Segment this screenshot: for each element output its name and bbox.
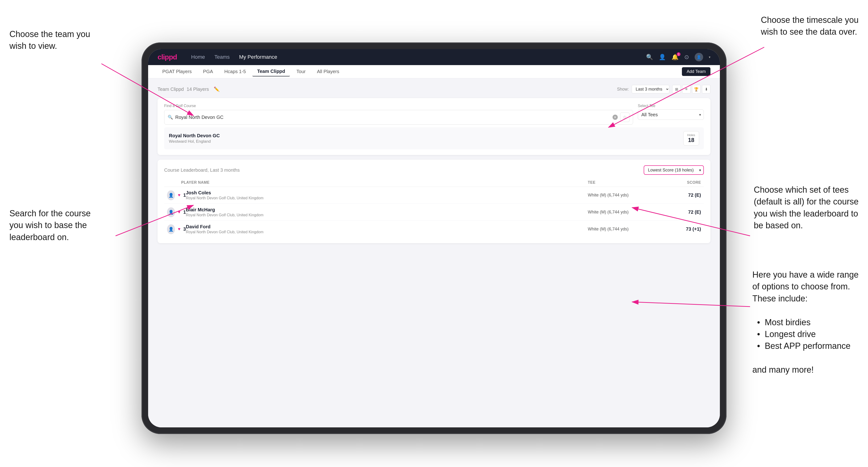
- player-info-2: Blair McHarg Royal North Devon Golf Club…: [186, 207, 588, 217]
- search-star-button[interactable]: ☆: [620, 113, 629, 122]
- app-logo: clippd: [158, 53, 177, 61]
- rank-3: 3: [183, 226, 186, 232]
- show-controls: Show: Last 3 months ⊞ ≡ 🏆 ⬇: [617, 85, 710, 93]
- settings-icon[interactable]: ⊙: [684, 54, 689, 60]
- tablet-screen: clippd Home Teams My Performance 🔍 👤 🔔 1…: [148, 49, 720, 427]
- leaderboard-table: PLAYER NAME TEE SCORE 👤 ♥ 1 Josh Coles: [164, 179, 704, 238]
- list-view-button[interactable]: ≡: [682, 85, 691, 93]
- trophy-view-button[interactable]: 🏆: [692, 85, 701, 93]
- col-header-score: SCORE: [658, 181, 701, 185]
- table-header-row: PLAYER NAME TEE SCORE: [164, 179, 704, 187]
- annotation-bottom-left: Search for the courseyou wish to base th…: [9, 208, 91, 243]
- avatar-chevron-icon[interactable]: ▾: [709, 55, 710, 59]
- nav-link-home[interactable]: Home: [191, 54, 205, 60]
- table-row: 👤 ♥ 1 Blair McHarg Royal North Devon Gol…: [164, 204, 704, 221]
- player-tee-1: White (M) (6,744 yds): [588, 193, 658, 198]
- player-name-2: Blair McHarg: [186, 207, 588, 213]
- player-club-3: Royal North Devon Golf Club, United King…: [186, 230, 588, 234]
- nav-bar: clippd Home Teams My Performance 🔍 👤 🔔 1…: [148, 49, 720, 65]
- score-type-select[interactable]: Lowest Score (18 holes): [644, 165, 704, 175]
- player-score-1: 72 (E): [658, 192, 701, 198]
- people-icon[interactable]: 👤: [659, 54, 666, 60]
- favorite-icon-2[interactable]: ♥: [178, 210, 181, 215]
- show-label: Show:: [617, 87, 629, 92]
- view-icons: ⊞ ≡ 🏆 ⬇: [672, 85, 710, 93]
- bell-icon[interactable]: 🔔 1: [672, 54, 679, 60]
- favorite-icon-1[interactable]: ♥: [178, 193, 181, 198]
- player-score-3: 73 (+1): [658, 226, 701, 232]
- show-select[interactable]: Last 3 months: [632, 85, 670, 93]
- player-name-3: David Ford: [186, 224, 588, 229]
- annotation-tees: Choose which set of tees(default is all)…: [754, 184, 859, 231]
- sub-nav-pga[interactable]: PGA: [198, 67, 218, 76]
- favorite-icon-3[interactable]: ♥: [178, 227, 181, 231]
- holes-value: 18: [688, 137, 694, 143]
- leaderboard-header: Course Leaderboard, Last 3 months Lowest…: [164, 165, 704, 175]
- table-row: 👤 ♥ 1 Josh Coles Royal North Devon Golf …: [164, 187, 704, 204]
- tee-select-label: Select Tee: [638, 104, 704, 108]
- tee-select-wrapper: Select Tee All Tees ▾: [638, 104, 704, 120]
- nav-icons: 🔍 👤 🔔 1 ⊙ 👤 ▾: [646, 53, 710, 61]
- download-button[interactable]: ⬇: [702, 85, 710, 93]
- col-header-tee: TEE: [588, 181, 658, 185]
- annotation-options: Here you have a wide rangeof options to …: [752, 269, 859, 376]
- nav-link-my-performance[interactable]: My Performance: [239, 54, 277, 60]
- main-content: Team Clippd 14 Players ✏️ Show: Last 3 m…: [148, 78, 720, 427]
- player-score-2: 72 (E): [658, 210, 701, 215]
- rank-cell-3: 👤 ♥ 3: [167, 224, 186, 234]
- user-avatar[interactable]: 👤: [695, 53, 703, 61]
- tee-select[interactable]: All Tees: [638, 110, 704, 120]
- player-club-1: Royal North Devon Golf Club, United King…: [186, 196, 588, 200]
- annotation-top-left: Choose the team youwish to view.: [9, 28, 90, 52]
- table-row: 👤 ♥ 3 David Ford Royal North Devon Golf …: [164, 221, 704, 238]
- sub-nav: PGAT Players PGA Hcaps 1-5 Team Clippd T…: [148, 65, 720, 78]
- player-info-3: David Ford Royal North Devon Golf Club, …: [186, 224, 588, 234]
- find-course-label: Find a Golf Course: [164, 104, 633, 108]
- sub-nav-tour[interactable]: Tour: [292, 67, 310, 76]
- player-tee-3: White (M) (6,744 yds): [588, 227, 658, 231]
- player-avatar-2: 👤: [167, 207, 175, 217]
- search-icon[interactable]: 🔍: [646, 54, 653, 60]
- course-search-input-wrapper: 🔍 ✕ ☆: [164, 110, 633, 125]
- leaderboard-title: Course Leaderboard, Last 3 months: [164, 167, 240, 173]
- search-magnifier-icon: 🔍: [168, 115, 173, 120]
- player-tee-2: White (M) (6,744 yds): [588, 210, 658, 215]
- course-result: Royal North Devon GC Westward Hol, Engla…: [164, 127, 704, 149]
- course-result-location: Westward Hol, England: [169, 139, 220, 144]
- sub-nav-all-players[interactable]: All Players: [312, 67, 344, 76]
- course-search-input[interactable]: [175, 115, 610, 120]
- team-header: Team Clippd 14 Players ✏️ Show: Last 3 m…: [158, 85, 710, 93]
- tablet-frame: clippd Home Teams My Performance 🔍 👤 🔔 1…: [142, 42, 726, 434]
- rank-2: 1: [183, 210, 186, 215]
- leaderboard-section: Course Leaderboard, Last 3 months Lowest…: [158, 160, 710, 243]
- sub-nav-team-clippd[interactable]: Team Clippd: [252, 67, 290, 76]
- holes-label: Holes: [687, 133, 695, 137]
- search-clear-button[interactable]: ✕: [613, 115, 618, 120]
- edit-icon[interactable]: ✏️: [214, 86, 220, 92]
- player-info-1: Josh Coles Royal North Devon Golf Club, …: [186, 190, 588, 200]
- notification-badge: 1: [677, 52, 680, 56]
- rank-1: 1: [183, 192, 186, 198]
- team-title: Team Clippd 14 Players: [158, 86, 209, 92]
- rank-cell-1: 👤 ♥ 1: [167, 190, 186, 200]
- add-team-button[interactable]: Add Team: [682, 67, 710, 76]
- player-name-1: Josh Coles: [186, 190, 588, 195]
- grid-view-button[interactable]: ⊞: [672, 85, 681, 93]
- sub-nav-pgat[interactable]: PGAT Players: [158, 67, 196, 76]
- annotation-top-right: Choose the timescale youwish to see the …: [761, 14, 859, 38]
- col-header-player: PLAYER NAME: [167, 181, 588, 185]
- holes-badge: Holes 18: [683, 131, 699, 146]
- sub-nav-hcaps[interactable]: Hcaps 1-5: [220, 67, 250, 76]
- player-club-2: Royal North Devon Golf Club, United King…: [186, 213, 588, 217]
- player-avatar-1: 👤: [167, 190, 175, 200]
- course-search-card: Find a Golf Course 🔍 ✕ ☆ Select Tee Al: [158, 98, 710, 155]
- score-type-wrapper: Lowest Score (18 holes): [644, 165, 704, 175]
- rank-cell-2: 👤 ♥ 1: [167, 207, 186, 217]
- course-result-name: Royal North Devon GC: [169, 133, 220, 138]
- player-avatar-3: 👤: [167, 224, 175, 234]
- nav-link-teams[interactable]: Teams: [214, 54, 230, 60]
